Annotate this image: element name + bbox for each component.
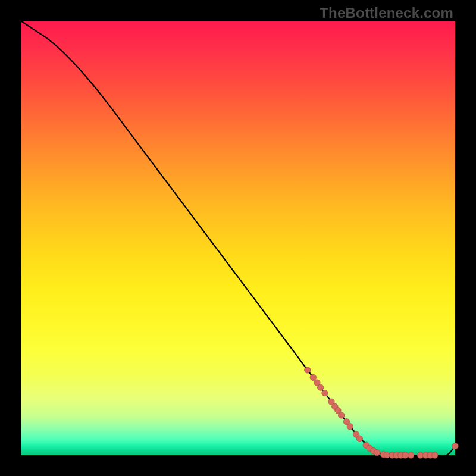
- bottleneck-curve: [21, 21, 455, 456]
- data-point: [452, 443, 458, 449]
- data-point: [305, 367, 311, 373]
- data-point: [347, 424, 353, 430]
- watermark-text: TheBottleneck.com: [320, 5, 453, 21]
- data-point: [356, 436, 362, 441]
- data-point: [402, 452, 408, 458]
- data-point: [431, 452, 437, 458]
- plot-area: [21, 21, 455, 455]
- data-point: [374, 449, 380, 455]
- data-point: [322, 390, 328, 396]
- data-point: [318, 384, 324, 390]
- chart-frame: TheBottleneck.com: [0, 0, 476, 476]
- data-point: [408, 452, 414, 458]
- curve-layer: [21, 21, 455, 455]
- data-point: [310, 374, 316, 380]
- data-point: [339, 412, 345, 418]
- data-markers: [305, 367, 459, 458]
